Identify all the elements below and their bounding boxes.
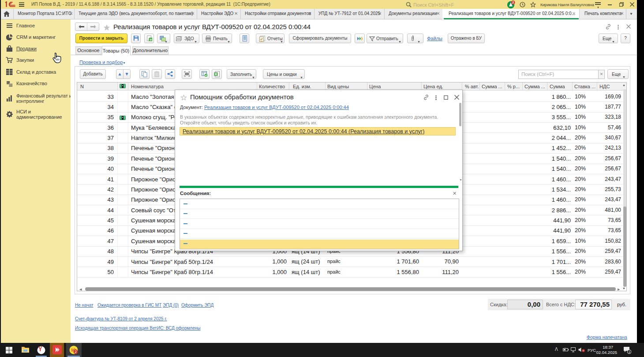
svg-text:2: 2 (75, 349, 77, 354)
svg-text:1: 1 (628, 350, 630, 354)
svg-text:2: 2 (512, 0, 514, 4)
